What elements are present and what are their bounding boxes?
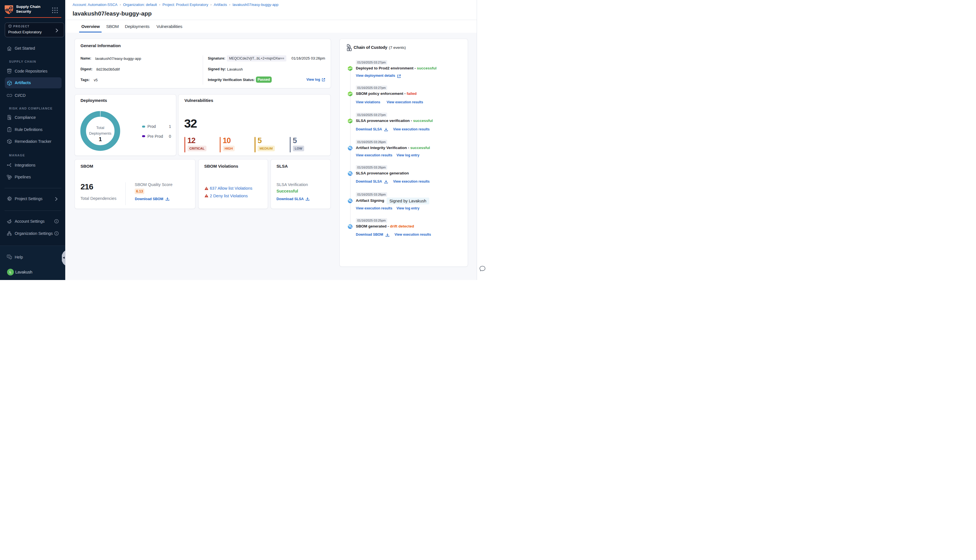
svg-text:?: ? (8, 255, 9, 257)
